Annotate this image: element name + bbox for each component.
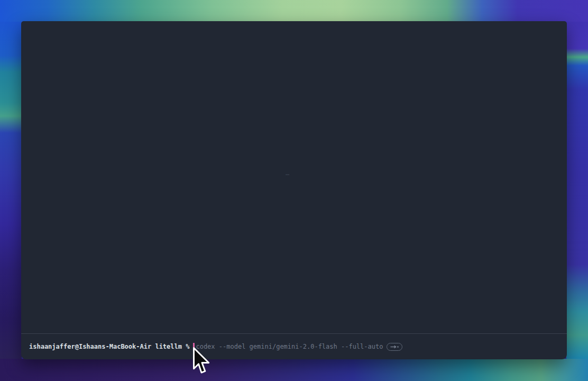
command-autosuggestion: codex --model gemini/gemini-2.0-flash --… xyxy=(196,343,383,350)
wallpaper-right-band xyxy=(566,22,588,359)
wallpaper-bottom-band xyxy=(0,359,588,381)
shell-prompt: ishaanjaffer@Ishaans-MacBook-Air litellm… xyxy=(29,343,189,350)
tab-arrow-icon xyxy=(390,344,399,349)
accept-suggestion-hint xyxy=(387,343,402,351)
text-cursor xyxy=(193,343,195,350)
wallpaper-left-band xyxy=(0,22,22,359)
desktop: … ishaanjaffer@Ishaans-MacBook-Air litel… xyxy=(0,0,588,381)
command-input-line[interactable]: ishaanjaffer@Ishaans-MacBook-Air litellm… xyxy=(21,334,567,359)
terminal-window[interactable]: … ishaanjaffer@Ishaans-MacBook-Air litel… xyxy=(21,21,567,359)
terminal-output-area[interactable]: … xyxy=(21,21,567,333)
wallpaper-top-band xyxy=(0,0,588,22)
loading-ellipsis: … xyxy=(286,169,290,177)
